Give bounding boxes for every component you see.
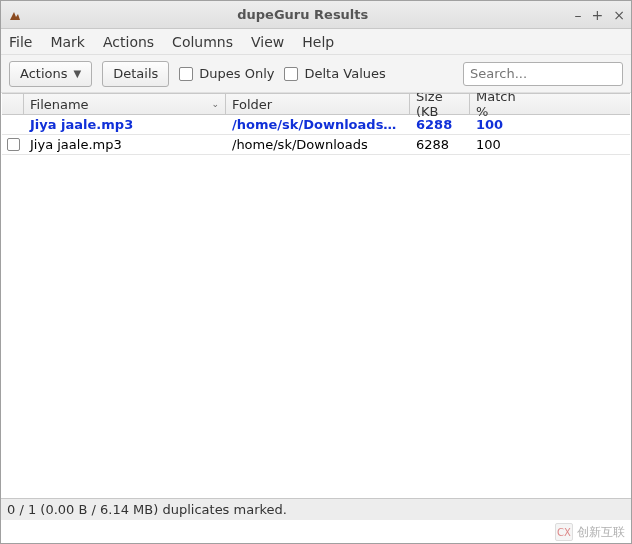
column-header-match[interactable]: Match % <box>470 94 532 114</box>
menu-view[interactable]: View <box>251 34 284 50</box>
table-row[interactable]: Jiya jaale.mp3 /home/sk/Downloads 6288 1… <box>2 135 630 155</box>
table-body: Jiya jaale.mp3 /home/sk/Downloads… 6288 … <box>2 115 630 155</box>
table-header: Filename ⌄ Folder Size (KB Match % <box>2 93 630 115</box>
delta-values-checkbox[interactable]: Delta Values <box>284 66 385 81</box>
sort-indicator-icon: ⌄ <box>211 99 219 109</box>
checkbox-icon <box>284 67 298 81</box>
cell-filename: Jiya jaale.mp3 <box>24 135 226 154</box>
cell-filename: Jiya jaale.mp3 <box>24 115 226 134</box>
column-header-match-label: Match % <box>476 93 526 119</box>
titlebar: dupeGuru Results – + × <box>1 1 631 29</box>
column-header-folder-label: Folder <box>232 97 272 112</box>
actions-dropdown-label: Actions <box>20 66 68 81</box>
watermark-text: 创新互联 <box>577 524 625 541</box>
cell-folder: /home/sk/Downloads <box>226 135 410 154</box>
watermark-icon: CX <box>555 523 573 541</box>
table-row[interactable]: Jiya jaale.mp3 /home/sk/Downloads… 6288 … <box>2 115 630 135</box>
column-header-folder[interactable]: Folder <box>226 94 410 114</box>
results-table: Filename ⌄ Folder Size (KB Match % Jiya … <box>2 93 630 497</box>
close-button[interactable]: × <box>613 7 625 23</box>
watermark: CX 创新互联 <box>555 523 625 541</box>
menu-columns[interactable]: Columns <box>172 34 233 50</box>
details-button-label: Details <box>113 66 158 81</box>
status-bar: 0 / 1 (0.00 B / 6.14 MB) duplicates mark… <box>1 498 631 520</box>
chevron-down-icon: ▼ <box>74 68 82 79</box>
maximize-button[interactable]: + <box>592 7 604 23</box>
menubar: File Mark Actions Columns View Help <box>1 29 631 55</box>
app-icon <box>7 7 23 23</box>
actions-dropdown-button[interactable]: Actions ▼ <box>9 61 92 87</box>
search-input[interactable] <box>463 62 623 86</box>
column-header-size-label: Size (KB <box>416 93 463 119</box>
column-header-size[interactable]: Size (KB <box>410 94 470 114</box>
menu-mark[interactable]: Mark <box>50 34 85 50</box>
row-checkbox-cell <box>2 115 24 134</box>
checkbox-icon <box>179 67 193 81</box>
cell-folder: /home/sk/Downloads… <box>226 115 410 134</box>
cell-size: 6288 <box>410 135 470 154</box>
minimize-button[interactable]: – <box>575 7 582 23</box>
column-header-filename-label: Filename <box>30 97 89 112</box>
dupes-only-label: Dupes Only <box>199 66 274 81</box>
menu-file[interactable]: File <box>9 34 32 50</box>
delta-values-label: Delta Values <box>304 66 385 81</box>
toolbar: Actions ▼ Details Dupes Only Delta Value… <box>1 55 631 93</box>
menu-help[interactable]: Help <box>302 34 334 50</box>
details-button[interactable]: Details <box>102 61 169 87</box>
menu-actions[interactable]: Actions <box>103 34 154 50</box>
checkbox-icon <box>7 138 20 151</box>
dupes-only-checkbox[interactable]: Dupes Only <box>179 66 274 81</box>
row-checkbox-cell[interactable] <box>2 135 24 154</box>
cell-match: 100 <box>470 135 532 154</box>
column-header-checkbox[interactable] <box>2 94 24 114</box>
column-header-filename[interactable]: Filename ⌄ <box>24 94 226 114</box>
status-text: 0 / 1 (0.00 B / 6.14 MB) duplicates mark… <box>7 502 287 517</box>
window-title: dupeGuru Results <box>31 7 575 22</box>
